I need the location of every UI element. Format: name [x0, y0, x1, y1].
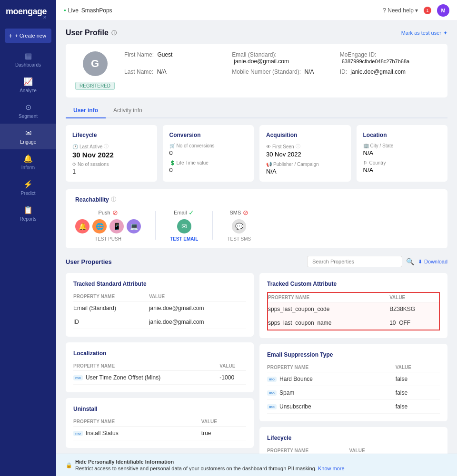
push-icon-4[interactable]: 💻: [127, 219, 141, 233]
loc-col-property: PROPERTY NAME: [73, 361, 219, 371]
country-label: 🏳 Country: [363, 160, 441, 165]
city-value: N/A: [363, 149, 441, 156]
divider-1: [155, 211, 156, 240]
table-row: moUser Time Zone Offset (Mins)-1000: [73, 371, 246, 385]
sidebar-item-engage[interactable]: ✉ Engage: [0, 124, 56, 149]
info-icon2: ⓘ: [296, 143, 300, 150]
page-title: User Profile ⓘ: [66, 29, 117, 37]
push-test-label[interactable]: TEST PUSH: [95, 236, 121, 242]
last-active-label: 🕐 Last Active ⓘ: [72, 143, 150, 150]
nav-label: Engage: [20, 139, 36, 145]
tracked-standard-card: Tracked Standard Attribute PROPERTY NAME…: [66, 273, 254, 337]
table-row: moSpamfalse: [267, 386, 440, 400]
divider-2: [212, 211, 213, 240]
ltv-value: 0: [169, 166, 248, 174]
sidebar-item-segment[interactable]: ⊙ Segment: [0, 98, 56, 124]
property-cell: moUser Time Zone Offset (Mins): [73, 371, 219, 385]
tab-user-info[interactable]: User info: [66, 103, 106, 118]
info-cards-row: Lifecycle 🕐 Last Active ⓘ 30 Nov 2022 ⟳ …: [66, 125, 447, 182]
push-icon-2[interactable]: 🌐: [92, 219, 107, 233]
search-properties-input[interactable]: [307, 256, 402, 267]
user-info-grid: First Name: Guest Email (Standard): jani…: [124, 51, 438, 75]
first-seen-value: 30 Nov 2022: [266, 151, 344, 158]
nav-label: Reports: [20, 216, 36, 222]
sidebar-item-reports[interactable]: 📋 Reports: [0, 201, 56, 226]
conversions-label: 🛒 No of conversions: [169, 143, 248, 148]
pii-description: Restrict access to sensitive and persona…: [75, 466, 317, 471]
info-icon: ⓘ: [104, 143, 109, 150]
city-icon: 🏢: [363, 143, 369, 148]
page-header: User Profile ⓘ Mark as test user ✦: [66, 29, 447, 37]
lc-col-property: PROPERTY NAME: [267, 446, 349, 454]
tracked-standard-title: Tracked Standard Attribute: [73, 281, 246, 287]
mo-badge: mo: [267, 404, 277, 409]
pii-banner: 🔒 Hide Personally Identifiable Informati…: [56, 454, 457, 476]
workspace-label[interactable]: SmashPops: [81, 7, 112, 14]
sms-icon-1[interactable]: 💬: [232, 219, 246, 233]
pii-title: Hide Personally Identifiable Information: [75, 459, 345, 465]
push-icons: 🔔 🌐 📱 💻: [75, 219, 141, 233]
sessions-value: 1: [72, 168, 150, 175]
col-value-header: VALUE: [149, 292, 246, 301]
topbar: ● Live SmashPops ? Need help ▾ 1 M: [56, 0, 457, 21]
email-suppression-card: Email Suppression Type PROPERTY NAME VAL…: [259, 344, 447, 421]
tracked-custom-table: PROPERTY NAME VALUE spps_last_coupon_cod…: [267, 292, 440, 330]
property-cell: moHard Bounce: [267, 372, 396, 386]
live-label: Live: [68, 7, 79, 14]
uninstall-card: Uninstall PROPERTY NAME VALUE moInstall …: [66, 398, 254, 448]
sidebar-item-analyze[interactable]: 📈 Analyze: [0, 72, 56, 98]
nav-label: Predict: [20, 191, 35, 196]
clock-icon: 🕐: [72, 144, 78, 149]
property-cell: Email (Standard): [73, 301, 149, 315]
value-cell: BZ38KSG: [389, 302, 439, 316]
help-label[interactable]: ? Need help ▾: [383, 7, 418, 14]
sidebar-item-dashboards[interactable]: ▦ Dashboards: [0, 47, 56, 72]
props-grid: Tracked Standard Attribute PROPERTY NAME…: [66, 273, 447, 454]
props-search-area: 🔍 ⬇ Download: [307, 256, 447, 267]
push-icon-3[interactable]: 📱: [109, 219, 124, 233]
nav-label: Inform: [21, 165, 35, 170]
pii-link[interactable]: Know more: [318, 466, 345, 471]
tracked-standard-table: PROPERTY NAME VALUE Email (Standard)jani…: [73, 292, 246, 329]
acquisition-card-title: Acquisition: [266, 132, 344, 138]
push-channel-title: Push ⊘: [98, 209, 118, 216]
mark-test-user-button[interactable]: Mark as test user ✦: [401, 30, 447, 36]
push-icon-1[interactable]: 🔔: [75, 219, 89, 233]
es-col-value: VALUE: [396, 363, 440, 372]
predict-icon: ⚡: [23, 180, 33, 189]
create-new-button[interactable]: + + Create new: [5, 29, 51, 43]
conversions-value: 0: [169, 149, 248, 156]
email-test-label[interactable]: TEST EMAIL: [170, 236, 198, 242]
user-properties-section: User Properties 🔍 ⬇ Download Tracked Sta…: [66, 256, 447, 454]
lifecycle-props-table: PROPERTY NAME VALUE moFirst Seen30 Nov 2…: [267, 446, 440, 454]
avatar[interactable]: M: [437, 4, 449, 17]
conversion-card: Conversion 🛒 No of conversions 0 💲 Life …: [163, 125, 254, 182]
tab-activity-info[interactable]: Activity info: [106, 103, 150, 118]
localization-card: Localization PROPERTY NAME VALUE moUser …: [66, 342, 254, 392]
page-content: User Profile ⓘ Mark as test user ✦ G REG…: [56, 21, 457, 454]
publisher-label: 📢 Publisher / Campaign: [266, 162, 344, 167]
publisher-value: N/A: [266, 168, 344, 175]
sidebar-item-predict[interactable]: ⚡ Predict: [0, 175, 56, 201]
notification-badge[interactable]: 1: [424, 7, 431, 14]
un-col-property: PROPERTY NAME: [73, 417, 201, 427]
property-cell: spps_last_coupon_name: [268, 316, 389, 330]
sessions-icon: ⟳: [72, 162, 76, 167]
inform-icon: 🔔: [23, 154, 33, 163]
table-row: Email (Standard)janie.doe@gmail.com: [73, 301, 246, 315]
email-status-icon: ✓: [189, 209, 194, 216]
topbar-right: ? Need help ▾ 1 M: [383, 4, 449, 17]
email-icon-1[interactable]: ✉: [177, 219, 191, 233]
eye-icon: 👁: [266, 144, 271, 149]
tc-col-property: PROPERTY NAME: [268, 292, 389, 302]
lifecycle-props-card: Lifecycle PROPERTY NAME VALUE moFirst Se…: [259, 427, 447, 454]
sms-channel-title: SMS ⊘: [229, 209, 248, 216]
user-mobile: Mobile Number (Standard): N/A: [232, 68, 330, 75]
localization-title: Localization: [73, 350, 246, 357]
props-left-col: Tracked Standard Attribute PROPERTY NAME…: [66, 273, 254, 454]
uninstall-title: Uninstall: [73, 406, 246, 412]
download-button[interactable]: ⬇ Download: [418, 259, 447, 265]
analyze-icon: 📈: [23, 77, 33, 86]
sidebar-item-inform[interactable]: 🔔 Inform: [0, 149, 56, 175]
sms-test-label[interactable]: TEST SMS: [227, 236, 251, 242]
